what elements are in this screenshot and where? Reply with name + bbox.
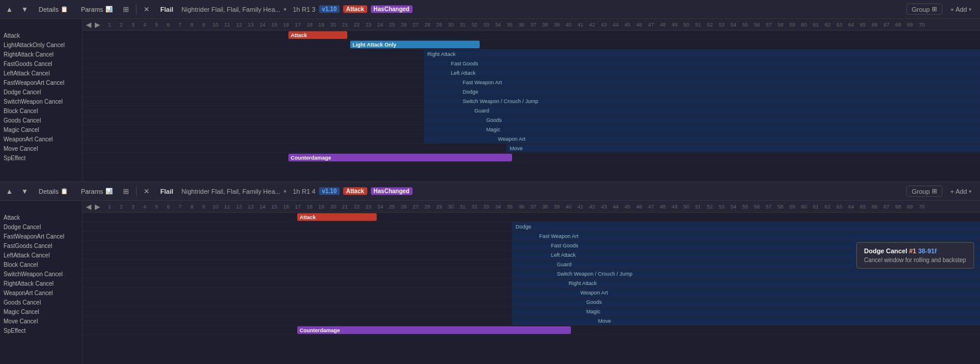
panel1-track-magic: Magic (82, 125, 980, 134)
frame-num-p2-60: 60 (798, 201, 810, 212)
frame-num-p1-16: 16 (280, 19, 292, 30)
frame-num-p1-12: 12 (233, 19, 245, 30)
frame-num-p1-23: 23 (363, 19, 374, 30)
frame-num-p2-49: 49 (669, 201, 680, 212)
frame-num-p2-16: 16 (280, 201, 292, 212)
frame-num-p1-54: 54 (727, 19, 739, 30)
panel1-version-badge: v1.10 (319, 5, 340, 13)
panel1-params-tab[interactable]: Params 📊 (76, 5, 117, 14)
panel2-params-tab[interactable]: Params 📊 (76, 187, 117, 196)
panel1-close-btn[interactable]: ✕ (141, 4, 152, 15)
frame-num-p1-28: 28 (421, 19, 433, 30)
frame-num-p1-15: 15 (268, 19, 280, 30)
panel1-dodge-label: Dodge (459, 88, 980, 95)
panel2-frame-numbers: 1234567891011121314151617181920212223242… (104, 201, 980, 212)
panel2: ▲ ▼ Details 📋 Params 📊 ⊞ ✕ Flail Nightri… (0, 182, 980, 364)
frame-num-p1-27: 27 (410, 19, 421, 30)
panel2-timing: 1h R1 4 (293, 188, 315, 195)
frame-num-p1-49: 49 (669, 19, 680, 30)
p2-attack-bar[interactable]: Attack (297, 213, 377, 221)
frame-num-p2-32: 32 (469, 201, 480, 212)
panel2-close-btn[interactable]: ✕ (141, 186, 152, 197)
panel2-down-btn[interactable]: ▼ (19, 186, 31, 197)
frame-num-p1-67: 67 (881, 19, 892, 30)
panel1-grid-btn[interactable]: ⊞ (121, 4, 131, 15)
p2-rightattack-bar: Right Attack (565, 279, 980, 287)
panel1-block-label: Guard (471, 107, 980, 114)
panel2-add-btn[interactable]: + Add ▾ (946, 187, 976, 196)
frame-num-p2-22: 22 (351, 201, 363, 212)
panel1-nav-left[interactable]: ◀ (85, 21, 92, 29)
panel2-nav-right[interactable]: ▶ (94, 203, 101, 211)
frame-num-p1-50: 50 (680, 19, 692, 30)
panel1-track-fastgoods: Fast Goods (82, 59, 980, 68)
frame-num-p2-65: 65 (857, 201, 869, 212)
p2-label-fastweaponart: FastWeaponArt Cancel (0, 231, 82, 241)
panel2-grid-btn[interactable]: ⊞ (121, 186, 131, 197)
p2-label-leftattack: LeftAttack Cancel (0, 250, 82, 260)
panel1-weaponart-label: Weapon Art (494, 135, 980, 143)
p2-magic-bar: Magic (583, 307, 980, 315)
panel2-group-btn[interactable]: Group ⊞ (906, 186, 942, 197)
panel2-dropdown-arrow[interactable]: ▾ (284, 188, 287, 194)
frame-num-p1-3: 3 (127, 19, 139, 30)
frame-num-p1-34: 34 (492, 19, 504, 30)
frame-num-p2-44: 44 (610, 201, 622, 212)
p2-track-rightattack: Right Attack (82, 279, 980, 288)
label-leftattack-1: LeftAttack Cancel (0, 68, 82, 78)
frame-num-p2-45: 45 (622, 201, 633, 212)
panel1-down-btn[interactable]: ▼ (19, 4, 31, 15)
frame-num-p2-66: 66 (869, 201, 881, 212)
p2-track-attack: Attack (82, 213, 980, 222)
frame-num-p1-13: 13 (245, 19, 257, 30)
frame-num-p1-45: 45 (622, 19, 633, 30)
frame-num-p2-47: 47 (645, 201, 657, 212)
frame-num-p1-65: 65 (857, 19, 869, 30)
panel1-attack-bar[interactable]: Attack (288, 31, 347, 39)
label-rightattack-1: RightAttack Cancel (0, 49, 82, 59)
panel1-group-btn[interactable]: Group ⊞ (906, 4, 942, 15)
frame-num-p1-58: 58 (775, 19, 786, 30)
frame-num-p2-21: 21 (339, 201, 351, 212)
frame-num-p2-26: 26 (398, 201, 410, 212)
panel1-nav-right[interactable]: ▶ (94, 21, 101, 29)
frame-num-p1-43: 43 (598, 19, 610, 30)
p2-track-dodge: Dodge (82, 222, 980, 231)
frame-num-p2-52: 52 (704, 201, 716, 212)
frame-num-p1-1: 1 (104, 19, 115, 30)
p2-track-weaponart: Weapon Art (82, 288, 980, 297)
panel1-lightattack-bar[interactable]: Light Attack Only (350, 41, 480, 48)
frame-num-p2-11: 11 (221, 201, 233, 212)
label-speffect-1: SpEffect (0, 153, 82, 163)
panel2-nav-left[interactable]: ◀ (85, 203, 92, 211)
panel1-add-btn[interactable]: + Add ▾ (946, 5, 976, 14)
panel1-dropdown-arrow[interactable]: ▾ (284, 6, 287, 12)
p2-label-magic: Magic Cancel (0, 307, 82, 316)
frame-num-p1-56: 56 (751, 19, 763, 30)
p2-counterdamage-bar[interactable]: Counterdamage (297, 326, 571, 334)
panel1-details-tab[interactable]: Details 📋 (34, 5, 73, 14)
panel1-up-btn[interactable]: ▲ (4, 4, 15, 15)
frame-num-p2-69: 69 (904, 201, 916, 212)
p2-track-block: Guard (82, 260, 980, 269)
frame-num-p1-19: 19 (315, 19, 327, 30)
label-block-1: Block Cancel (0, 106, 82, 115)
tooltip-desc: Cancel window for rolling and backstep (864, 257, 966, 263)
label-fastweaponart-1: FastWeaponArt Cancel (0, 78, 82, 87)
frame-num-p1-2: 2 (115, 19, 127, 30)
label-dodge-1: Dodge Cancel (0, 87, 82, 97)
frame-num-p1-60: 60 (798, 19, 810, 30)
p2-label-switchweapon: SwitchWeapon Cancel (0, 269, 82, 279)
frame-num-p2-55: 55 (739, 201, 751, 212)
frame-num-p1-4: 4 (139, 19, 151, 30)
panel2-up-btn[interactable]: ▲ (4, 186, 15, 197)
frame-num-p1-38: 38 (539, 19, 551, 30)
frame-num-p1-40: 40 (563, 19, 574, 30)
panel1-counterdamage-bar[interactable]: Counterdamage (288, 154, 512, 161)
label-attack-1: Attack (0, 31, 82, 40)
frame-num-p1-39: 39 (551, 19, 563, 30)
panel1-row-labels: Attack LightAttackOnly Cancel RightAttac… (0, 19, 82, 181)
p2-track-move: Move (82, 316, 980, 326)
panel2-details-tab[interactable]: Details 📋 (34, 187, 73, 196)
p2-track-fastgoods: Fast Goods (82, 241, 980, 250)
